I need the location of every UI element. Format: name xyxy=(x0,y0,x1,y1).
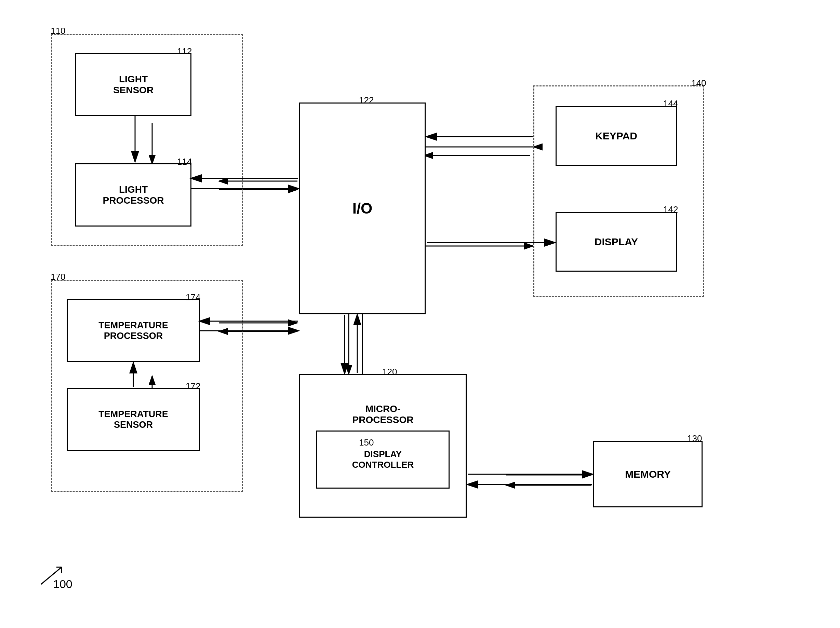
io-label: I/O xyxy=(352,200,373,217)
ref-170: 170 xyxy=(51,272,65,282)
micro-processor-box: MICRO- PROCESSOR DISPLAY CONTROLLER xyxy=(299,374,467,518)
ref-150: 150 xyxy=(359,438,374,448)
light-processor-label: LIGHT PROCESSOR xyxy=(103,184,164,206)
ref-144: 144 xyxy=(663,98,678,109)
memory-box: MEMORY xyxy=(593,441,703,507)
ref-114: 114 xyxy=(177,156,192,167)
light-sensor-label: LIGHT SENSOR xyxy=(113,74,153,96)
display-box: DISPLAY xyxy=(556,212,677,272)
ref-130: 130 xyxy=(687,433,702,444)
ref-122: 122 xyxy=(359,95,374,105)
display-label: DISPLAY xyxy=(595,236,638,248)
ref-120: 120 xyxy=(382,367,397,377)
ref-174: 174 xyxy=(186,292,201,303)
ref-172: 172 xyxy=(186,381,201,392)
memory-label: MEMORY xyxy=(625,468,671,480)
fig-arrow xyxy=(34,560,75,588)
ref-112: 112 xyxy=(177,46,192,57)
temp-sensor-label: TEMPERATURE SENSOR xyxy=(98,409,168,430)
micro-processor-label: MICRO- PROCESSOR xyxy=(352,403,414,425)
light-processor-box: LIGHT PROCESSOR xyxy=(75,163,191,227)
ref-140: 140 xyxy=(691,78,706,88)
svg-line-15 xyxy=(41,567,62,584)
keypad-label: KEYPAD xyxy=(595,130,637,142)
diagram: 110 LIGHT SENSOR 112 LIGHT PROCESSOR 114… xyxy=(0,0,840,628)
display-controller-label: DISPLAY CONTROLLER xyxy=(352,449,414,470)
temp-processor-label: TEMPERATURE PROCESSOR xyxy=(98,320,168,342)
ref-142: 142 xyxy=(663,204,678,215)
light-sensor-box: LIGHT SENSOR xyxy=(75,53,191,116)
temp-sensor-box: TEMPERATURE SENSOR xyxy=(67,388,200,451)
display-controller-box: DISPLAY CONTROLLER xyxy=(316,431,450,489)
io-box: I/O xyxy=(299,102,426,314)
temp-processor-box: TEMPERATURE PROCESSOR xyxy=(67,299,200,362)
keypad-box: KEYPAD xyxy=(556,106,677,166)
ref-110: 110 xyxy=(51,26,65,36)
